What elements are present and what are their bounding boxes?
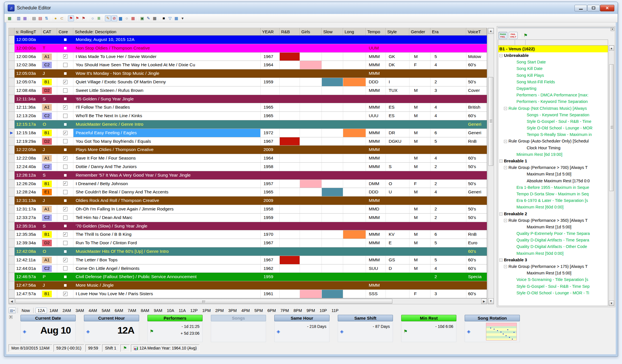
rule-item[interactable]: −Rule Group (Auto-Scheduler Only) [Sched… — [498, 138, 608, 144]
rule-item[interactable]: Style O-Old School - Lounge - MOR — [498, 125, 608, 131]
column-header-voice[interactable]: VoiceT — [466, 28, 487, 35]
vertical-scroll-thumb[interactable] — [488, 77, 493, 166]
panel-header-button[interactable]: Songs — [211, 315, 266, 321]
rule-item[interactable]: Songs - Keyword Time Separation — [498, 112, 608, 118]
rule-item[interactable]: Tempo S-Really Slow - Maximum in — [498, 131, 608, 138]
hour-tab-6am[interactable]: 6AM — [113, 308, 125, 313]
rules-scroll-thumb[interactable] — [609, 64, 614, 191]
panel-header-button[interactable]: Song Rotation — [465, 315, 520, 321]
filter-icon[interactable]: ▽ — [167, 15, 173, 21]
core-checkbox[interactable] — [63, 114, 67, 118]
hour-tab-2pm[interactable]: 2PM — [213, 308, 226, 313]
rule-item[interactable]: −Rule Group (Performance > 350) [Always … — [498, 217, 608, 224]
schedule-song-row[interactable]: 12:08:48aD2Sweet Little Sixteen / Rufus … — [9, 86, 487, 95]
core-checkbox[interactable]: ✓ — [63, 105, 67, 109]
schedule-header-row[interactable]: 12:26:12aSRemember '57 It Was A Very Goo… — [9, 171, 487, 180]
expand-toggle-icon[interactable]: − — [499, 54, 502, 57]
rule-item[interactable]: Era 6-1970 & Later - Title Separation [s — [498, 197, 608, 204]
scroll-left-icon[interactable]: ◀ — [9, 299, 15, 304]
schedule-song-row[interactable]: 12:35:35aB1✓The Thrill Is Gone / B B Kin… — [9, 230, 487, 239]
rule-item[interactable]: Quality P-Extremely Poor - Time Separa — [498, 230, 608, 237]
schedule-song-row[interactable]: 12:44:01aC2Come On Little Angel / Belmon… — [9, 264, 487, 273]
core-checkbox[interactable] — [63, 165, 67, 169]
rule-item[interactable]: −Rule Group (Performance > 175) [Always … — [498, 263, 608, 270]
rule-item[interactable]: Performers - Keyword Time Separation — [498, 98, 608, 105]
edit-mode-icon[interactable]: ✎ — [105, 15, 111, 21]
schedule-header-row[interactable]: 12:46:57aPCivil Defense (Fallout Shelter… — [9, 273, 487, 281]
grid-options-icon[interactable]: ▦ — [173, 15, 179, 21]
rule-item[interactable]: −Breakable 3 — [498, 257, 608, 263]
hour-tab-8am[interactable]: 8AM — [139, 308, 151, 313]
print-red-icon[interactable]: ▤ — [37, 15, 43, 21]
column-header-rnb[interactable]: R&B — [280, 28, 300, 35]
rule-item[interactable]: Song Kill Date — [498, 65, 608, 72]
column-header-cat[interactable]: CAT — [42, 28, 57, 35]
core-checkbox[interactable] — [63, 266, 67, 270]
export-icon[interactable]: ⇅ — [44, 15, 50, 21]
hour-tab-10p[interactable]: 10P — [318, 308, 329, 313]
core-checkbox[interactable]: ✓ — [63, 207, 67, 211]
hour-tab-7am[interactable]: 7AM — [126, 308, 138, 313]
panel-header-button[interactable]: Same Shift — [338, 315, 393, 321]
hour-tab-5am[interactable]: 5AM — [100, 308, 112, 313]
search-icon[interactable]: ○ — [90, 15, 96, 21]
column-header-core[interactable]: Core — [57, 28, 73, 35]
horizontal-scroll-thumb[interactable] — [15, 299, 392, 304]
fail-only-button[interactable]: FAIL ONLY — [509, 32, 518, 39]
hour-tab-9pm[interactable]: 9PM — [304, 308, 317, 313]
core-checkbox[interactable] — [63, 139, 67, 143]
column-header-gender[interactable]: Gender — [409, 28, 431, 35]
rule-item[interactable]: Dayparting — [498, 85, 608, 92]
hour-tab-7pm[interactable]: 7PM — [279, 308, 291, 313]
schedule-song-row[interactable]: 12:13:20aC2Who'll Be The Next In Line / … — [9, 112, 487, 120]
column-header-girls[interactable]: Girls — [300, 28, 322, 35]
rule-item[interactable]: Style O-Old School - Lounge - MOR - Ti — [498, 290, 608, 296]
recap-icon[interactable]: ▦ — [130, 15, 136, 21]
schedule-header-row[interactable]: 12:00:00aTNon Stop Oldies / Thompson Cre… — [9, 44, 487, 53]
rule-item[interactable]: Tempo D-Sorta Slow - Maximum in Seq — [498, 191, 608, 197]
schedule-header-row[interactable]: 12:11:34aS'65 Golden / Sung Year Jingle — [9, 95, 487, 104]
panel-header-button[interactable]: Current Date — [20, 315, 76, 321]
schedule-song-row[interactable]: 12:26:20aB1✓I Dreamed / Betty Johnson195… — [9, 180, 487, 188]
expand-toggle-icon[interactable]: − — [504, 166, 507, 169]
column-header-tempo[interactable]: Tempo — [366, 28, 386, 35]
pass-fail-button[interactable]: PASS FAIL — [499, 32, 507, 39]
panel-header-button[interactable]: Min Rest — [401, 315, 456, 321]
rule-item[interactable]: Style G-Gospel - Soul - R&B - Time — [498, 118, 608, 125]
hour-tab-9am[interactable]: 9AM — [152, 308, 164, 313]
hour-tab-12p[interactable]: 12P — [188, 308, 200, 313]
schedule-song-row[interactable]: 12:47:57aB1✓I Love How You Love Me / Par… — [9, 290, 487, 298]
schedule-header-row[interactable]: 12:47:56aJMore Music / JingleMMM — [9, 281, 487, 290]
panel-header-button[interactable]: Same Hour — [274, 315, 329, 321]
core-checkbox[interactable]: ✓ — [63, 181, 67, 186]
expand-toggle-icon[interactable]: − — [504, 107, 507, 110]
schedule-song-row[interactable]: 12:00:06aA1✓I Was Made To Love Her / Ste… — [9, 53, 487, 61]
schedule-header-row[interactable]: 12:42:08aOMusicMaster Hits Of The 60's [… — [9, 247, 487, 256]
rule-item[interactable]: Maximum Rest [50d 0:00] — [498, 250, 608, 257]
rule-item[interactable]: −Unbreakable — [498, 52, 608, 59]
expand-toggle-icon[interactable]: − — [499, 212, 502, 216]
schedule-song-row[interactable]: 12:22:08aA1✓Save It For Me / Four Season… — [9, 154, 487, 163]
scroll-down-icon[interactable]: ▼ — [488, 298, 494, 304]
schedule-header-row[interactable]: 12:15:17aOMusicMaster Generic / Genre In… — [9, 120, 487, 129]
rule-item[interactable]: −Rule Group (Performance > 700) [Always … — [498, 164, 608, 171]
schedule-song-row[interactable]: 12:19:29aD2You Got Too Many Boyfriends /… — [9, 137, 487, 146]
caret-icon[interactable]: ▾ — [180, 15, 186, 21]
core-checkbox[interactable] — [63, 216, 67, 220]
hour-tab-8pm[interactable]: 8PM — [291, 308, 304, 313]
hour-tab-5pm[interactable]: 5PM — [252, 308, 265, 313]
schedule-song-row[interactable]: 12:28:24aE1She Couldn't Be Real / Danny … — [9, 188, 487, 197]
flag-lower-icon[interactable]: ⚑ — [81, 15, 86, 21]
schedule-song-row[interactable]: 12:05:07aB1✓Quiet Village / Exotic Sound… — [9, 78, 487, 86]
maximize-button[interactable] — [587, 5, 600, 11]
core-checkbox[interactable] — [63, 241, 67, 245]
hour-menu-icon[interactable]: ▤▾ — [9, 307, 16, 313]
vertical-scrollbar[interactable]: ▲ ▼ — [488, 28, 494, 304]
schedule-song-row[interactable]: ▶12:15:18aB1✓Peaceful Easy Feeling / Eag… — [9, 129, 487, 137]
expand-diamond-icon[interactable]: ◈ — [277, 329, 280, 334]
column-header-year[interactable]: YEAR — [261, 28, 280, 35]
schedule-song-row[interactable]: 12:33:27aC2Tell Him No / Dean And Marc19… — [9, 214, 487, 222]
hour-tab-3pm[interactable]: 3PM — [226, 308, 239, 313]
rule-tree-scrollbar[interactable]: ▲ ▼ — [609, 45, 614, 306]
core-checkbox[interactable] — [63, 88, 67, 93]
